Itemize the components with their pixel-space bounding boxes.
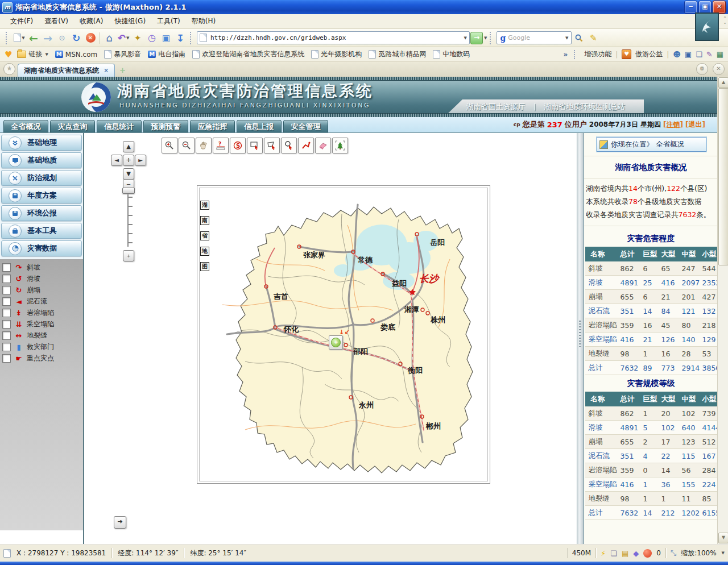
layer-item-8[interactable]: ☛重点灾点	[0, 352, 83, 364]
menu-item-4[interactable]: 工具(T)	[151, 15, 186, 27]
layer-item-4[interactable]: ↡岩溶塌陷	[0, 307, 83, 318]
search-box[interactable]: g Google ▼	[497, 31, 572, 44]
layer-checkbox[interactable]	[2, 343, 11, 351]
page-scrollbar[interactable]: ▲ ▼	[717, 77, 728, 544]
address-input[interactable]	[209, 34, 461, 42]
quick-link-0[interactable]: 链接▼	[14, 48, 51, 60]
back-button[interactable]: ←	[27, 31, 40, 45]
map-zoom-out-button[interactable]	[179, 138, 195, 153]
menu-item-0[interactable]: 文件(F)	[5, 15, 39, 27]
sidebar-section-2[interactable]: 防治规划	[1, 170, 82, 186]
map-zoom-in-button[interactable]	[162, 138, 177, 153]
map-select-polygon-button[interactable]	[264, 138, 280, 153]
nav-tab-3[interactable]: 预测预警	[143, 120, 188, 132]
favorites-heart-icon[interactable]: ♥	[5, 49, 12, 60]
filter-diamond-icon[interactable]: ◆	[633, 549, 639, 558]
nav-tab-0[interactable]: 全省概况	[3, 120, 48, 132]
scroll-thumb[interactable]	[718, 88, 728, 265]
map-pan-button[interactable]	[196, 138, 212, 153]
map-full-extent-button[interactable]	[332, 138, 348, 153]
pan-down-button[interactable]: ▼	[123, 168, 134, 180]
exit-link[interactable]: [退出]	[685, 120, 705, 130]
undo-button[interactable]: ↶▼	[117, 31, 130, 45]
layer-checkbox[interactable]	[2, 354, 11, 363]
search-grip[interactable]	[490, 32, 494, 44]
restore-button[interactable]: ▣	[698, 1, 712, 14]
go-button[interactable]: →	[470, 32, 483, 44]
pan-right-button[interactable]: ►	[135, 155, 146, 166]
sidebar-section-5[interactable]: 基本工具	[1, 223, 82, 239]
nav-tab-6[interactable]: 安全管理	[283, 120, 328, 132]
sidebar-section-0[interactable]: 基础地理	[1, 135, 82, 151]
proxy-icon[interactable]: ☻	[673, 50, 681, 59]
charity-shield-icon[interactable]: ♥	[622, 49, 631, 59]
window-mode-icon[interactable]: ▣	[685, 50, 692, 59]
plugins-icon[interactable]: ▦	[717, 50, 723, 59]
zoom-slider-handle[interactable]	[122, 188, 135, 194]
enhance-link[interactable]: 增强功能	[584, 49, 611, 59]
home-button[interactable]: ⌂	[102, 31, 116, 45]
minimize-button[interactable]: ─	[684, 1, 697, 14]
layer-checkbox[interactable]	[2, 331, 11, 340]
menu-item-2[interactable]: 收藏(A)	[74, 15, 109, 27]
scroll-up-icon[interactable]: ▲	[718, 77, 728, 88]
layer-checkbox[interactable]	[2, 309, 11, 317]
charity-link[interactable]: 傲游公益	[635, 49, 663, 59]
sidebar-section-3[interactable]: 年度方案	[1, 188, 82, 203]
new-window-icon[interactable]: ▤	[622, 549, 628, 558]
layer-item-6[interactable]: ↔地裂缝	[0, 330, 83, 341]
map-select-circle-button[interactable]	[281, 138, 297, 153]
layer-item-7[interactable]: ▮救灾部门	[0, 341, 83, 352]
expand-right-button[interactable]: ➔	[114, 516, 126, 529]
pen-tools-icon[interactable]: ✎	[706, 50, 713, 59]
sidebar-section-4[interactable]: 环境公报	[1, 205, 82, 221]
window-list-button[interactable]: ▣	[159, 31, 173, 45]
page-dropdown-button[interactable]: ⊙	[55, 31, 69, 45]
layer-checkbox[interactable]	[2, 320, 11, 329]
nav-tab-1[interactable]: 灾点查询	[50, 120, 95, 132]
nav-tab-2[interactable]: 信息统计	[97, 120, 142, 132]
popup-blocker-icon[interactable]	[643, 549, 652, 558]
sidebar-section-6[interactable]: 灾害数据	[1, 240, 82, 256]
addressbar-grip[interactable]	[190, 32, 194, 44]
zoom-slider-track[interactable]	[127, 190, 129, 247]
download-button[interactable]: ↧	[173, 31, 187, 45]
quick-link-1[interactable]: MMSN.com	[52, 49, 100, 60]
menu-item-1[interactable]: 查看(V)	[39, 15, 74, 27]
active-tab[interactable]: 湖南省地质灾害信息系统 ✕	[18, 64, 115, 77]
layer-item-1[interactable]: ↺滑坡	[0, 273, 83, 284]
resize-icon[interactable]: ⤡	[671, 549, 676, 558]
zoom-dropdown-icon[interactable]: ▼	[722, 551, 725, 555]
maxthon-logo[interactable]	[695, 13, 719, 41]
sidebar-section-1[interactable]: 基础地质	[1, 152, 82, 168]
address-dropdown-icon[interactable]: ▼	[464, 36, 467, 40]
nav-tab-5[interactable]: 信息上报	[237, 120, 282, 132]
new-tab-button[interactable]: ＋	[117, 65, 127, 76]
quick-link-7[interactable]: 中地数码	[430, 48, 473, 60]
new-page-button[interactable]: ▼	[13, 31, 26, 45]
logout-link[interactable]: [注销]	[663, 120, 683, 130]
banner-link-station[interactable]: 湖南省地质环境监测总站	[544, 102, 625, 112]
layer-checkbox[interactable]	[2, 286, 11, 294]
setup-wrench-icon[interactable]: ⚙	[696, 63, 708, 75]
window-cascade-icon[interactable]: ❏	[610, 549, 617, 558]
menu-item-3[interactable]: 快捷组(G)	[109, 15, 151, 27]
map-measure-button[interactable]: ?	[213, 138, 229, 153]
zoom-level[interactable]: 缩放:100%	[681, 549, 716, 558]
quick-link-4[interactable]: 欢迎登陆湖南省地质灾害信息系统	[189, 48, 307, 60]
stop-button[interactable]: ✕	[84, 31, 97, 45]
history-button[interactable]: ◷	[145, 31, 159, 45]
layer-item-2[interactable]: ↻崩塌	[0, 284, 83, 296]
toolbar-grip[interactable]	[6, 32, 10, 44]
tab-close-icon[interactable]: ✕	[104, 67, 109, 74]
search-go-icon[interactable]	[572, 31, 586, 45]
layer-checkbox[interactable]	[2, 275, 11, 283]
refresh-button[interactable]: ↻	[69, 31, 83, 45]
address-bar[interactable]: ▼	[197, 31, 470, 44]
nav-tab-4[interactable]: 应急指挥	[190, 120, 235, 132]
banner-link-dept[interactable]: 湖南省国土资源厅	[466, 102, 526, 112]
locate-button[interactable]: ＋	[329, 335, 343, 350]
map-eraser-button[interactable]	[315, 138, 331, 153]
quick-link-6[interactable]: 觅路城市精品网	[366, 48, 429, 60]
notes-icon[interactable]: ❏	[696, 50, 702, 59]
